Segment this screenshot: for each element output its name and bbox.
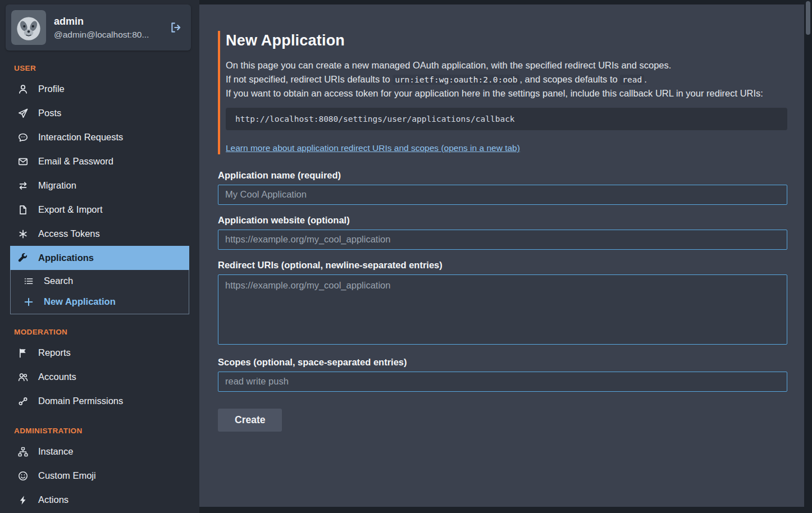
- scopes-label: Scopes (optional, space-separated entrie…: [218, 357, 787, 368]
- users-icon: [17, 372, 29, 382]
- user-info: admin @admin@localhost:80...: [54, 16, 149, 40]
- sidebar-item-label: Applications: [38, 253, 94, 263]
- redirect-uris-textarea[interactable]: [218, 274, 787, 345]
- sidebar-item-applications[interactable]: Applications: [10, 246, 189, 270]
- logout-button[interactable]: [170, 21, 185, 34]
- sidebar-item-label: Domain Permissions: [38, 396, 123, 406]
- sidebar-item-label: Export & Import: [38, 204, 103, 215]
- avatar: [11, 10, 46, 45]
- user-name: admin: [54, 16, 149, 28]
- application-name-field-group: Application name (required): [218, 170, 787, 205]
- default-scope-code: read: [620, 75, 644, 85]
- sidebar-nav: USER Profile Posts Interaction Requests: [0, 64, 199, 512]
- applications-submenu: Search New Application: [10, 270, 189, 314]
- intro-line-1: On this page you can create a new manage…: [226, 58, 787, 72]
- page-title: New Application: [226, 32, 787, 49]
- envelope-icon: [17, 157, 29, 167]
- scopes-input[interactable]: [218, 372, 787, 392]
- sidebar-item-profile[interactable]: Profile: [10, 77, 189, 101]
- sidebar-item-email-password[interactable]: Email & Password: [10, 149, 189, 173]
- intro-line-2-pre: If not specified, redirect URIs defaults…: [226, 74, 393, 84]
- intro-text: On this page you can create a new manage…: [226, 58, 787, 100]
- sidebar-item-label: Profile: [38, 84, 65, 94]
- sidebar-item-interaction-requests[interactable]: Interaction Requests: [10, 125, 189, 149]
- sidebar-item-migration[interactable]: Migration: [10, 173, 189, 198]
- sidebar-item-label: Email & Password: [38, 156, 113, 167]
- sidebar-item-label: Posts: [38, 108, 61, 118]
- vertical-scrollbar: [804, 0, 812, 507]
- section-label-administration: ADMINISTRATION: [14, 427, 189, 435]
- create-button[interactable]: Create: [218, 409, 282, 432]
- redirect-uris-label: Redirect URIs (optional, newline-separat…: [218, 260, 787, 271]
- sidebar-item-label: Reports: [38, 347, 71, 358]
- token-asterisk-icon: [17, 229, 29, 239]
- sidebar-item-applications-search[interactable]: Search: [11, 271, 189, 291]
- sitemap-icon: [17, 447, 29, 457]
- callback-url-codeblock: http://localhost:8080/settings/user/appl…: [226, 108, 787, 130]
- page-header-block: New Application On this page you can cre…: [218, 31, 787, 154]
- redirect-uris-field-group: Redirect URIs (optional, newline-separat…: [218, 260, 787, 347]
- intro-line-2: If not specified, redirect URIs defaults…: [226, 72, 787, 87]
- application-website-label: Application website (optional): [218, 215, 787, 226]
- sidebar-item-label: Accounts: [38, 372, 76, 382]
- sidebar: admin @admin@localhost:80... USER Profil…: [0, 0, 199, 513]
- paper-plane-icon: [17, 108, 29, 118]
- application-website-input[interactable]: [218, 230, 787, 250]
- sidebar-item-export-import[interactable]: Export & Import: [10, 198, 189, 222]
- sidebar-item-access-tokens[interactable]: Access Tokens: [10, 222, 189, 246]
- sidebar-item-actions[interactable]: Actions: [10, 488, 189, 512]
- sidebar-item-label: Interaction Requests: [38, 132, 123, 143]
- smiley-icon: [17, 471, 29, 481]
- sidebar-item-posts[interactable]: Posts: [10, 101, 189, 125]
- plus-icon: [23, 297, 34, 307]
- new-application-form: Application name (required) Application …: [218, 170, 787, 432]
- sidebar-item-label: Search: [44, 276, 73, 286]
- sidebar-item-custom-emoji[interactable]: Custom Emoji: [10, 464, 189, 488]
- learn-more-link[interactable]: Learn more about application redirect UR…: [226, 143, 520, 153]
- list-icon: [23, 276, 34, 286]
- settings-app: admin @admin@localhost:80... USER Profil…: [0, 0, 812, 513]
- application-website-field-group: Application website (optional): [218, 215, 787, 250]
- sidebar-item-label: Migration: [38, 180, 76, 191]
- comment-icon: [17, 132, 29, 143]
- intro-line-3: If you want to obtain an access token fo…: [226, 86, 787, 100]
- scopes-field-group: Scopes (optional, space-separated entrie…: [218, 357, 787, 392]
- section-label-moderation: MODERATION: [14, 328, 189, 336]
- sidebar-item-label: Instance: [38, 446, 73, 457]
- vertical-scrollbar-thumb[interactable]: [806, 1, 810, 35]
- user-card: admin @admin@localhost:80...: [6, 4, 191, 51]
- sidebar-item-accounts[interactable]: Accounts: [10, 365, 189, 389]
- user-handle: @admin@localhost:80...: [54, 30, 149, 40]
- user-icon: [17, 84, 29, 94]
- exchange-arrows-icon: [17, 181, 29, 191]
- wrench-icon: [17, 253, 29, 263]
- logout-icon: [170, 21, 182, 34]
- sidebar-item-label: New Application: [44, 296, 116, 307]
- application-name-label: Application name (required): [218, 170, 787, 181]
- sidebar-item-reports[interactable]: Reports: [10, 341, 189, 365]
- sidebar-item-domain-permissions[interactable]: Domain Permissions: [10, 389, 189, 413]
- file-export-icon: [17, 205, 29, 215]
- network-nodes-icon: [17, 396, 29, 406]
- section-label-user: USER: [14, 64, 189, 72]
- sidebar-item-label: Custom Emoji: [38, 470, 96, 481]
- sidebar-item-label: Actions: [38, 494, 69, 505]
- intro-line-2-mid: , and scopes defaults to: [519, 74, 620, 84]
- sidebar-item-instance[interactable]: Instance: [10, 439, 189, 464]
- intro-line-2-post: .: [644, 74, 647, 84]
- default-redirect-uri-code: urn:ietf:wg:oauth:2.0:oob: [393, 75, 519, 85]
- bolt-icon: [17, 495, 29, 505]
- flag-icon: [17, 348, 29, 358]
- sidebar-item-applications-new[interactable]: New Application: [11, 291, 189, 312]
- sidebar-item-label: Access Tokens: [38, 228, 100, 239]
- main-content: New Application On this page you can cre…: [199, 4, 804, 507]
- application-name-input[interactable]: [218, 185, 787, 205]
